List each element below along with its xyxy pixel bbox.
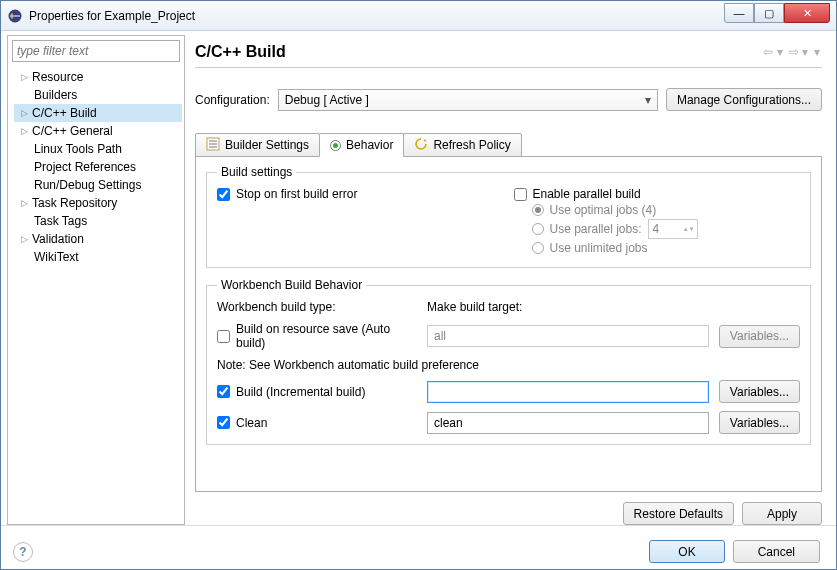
back-icon[interactable]: ⇦ ▾	[761, 45, 784, 59]
incremental-target-input[interactable]	[427, 381, 709, 403]
twisty-icon: ▷	[18, 233, 30, 245]
config-label: Configuration:	[195, 93, 270, 107]
tree-item-task-tags[interactable]: Task Tags	[14, 212, 182, 230]
tree-label: Project References	[34, 160, 136, 174]
manage-configs-button[interactable]: Manage Configurations...	[666, 88, 822, 111]
eclipse-icon	[7, 8, 23, 24]
checkbox-input[interactable]	[217, 416, 230, 429]
checkbox-label: Clean	[236, 416, 267, 430]
spinner-arrows-icon: ▲▼	[683, 226, 695, 232]
tab-label: Refresh Policy	[433, 138, 510, 152]
window-title: Properties for Example_Project	[29, 9, 724, 23]
nav-tree: ▷Resource Builders ▷C/C++ Build ▷C/C++ G…	[8, 66, 184, 524]
twisty-icon: ▷	[18, 125, 30, 137]
twisty-icon: ▷	[18, 71, 30, 83]
help-button[interactable]: ?	[13, 542, 33, 562]
tree-item-resource[interactable]: ▷Resource	[14, 68, 182, 86]
tree-item-cpp-build[interactable]: ▷C/C++ Build	[14, 104, 182, 122]
checkbox-label: Build on resource save (Auto build)	[236, 322, 417, 350]
checkbox-input[interactable]	[217, 330, 230, 343]
optimal-jobs-radio: Use optimal jobs (4)	[532, 203, 801, 217]
right-col: Enable parallel build Use optimal jobs (…	[514, 187, 801, 257]
window-buttons: — ▢ ✕	[724, 8, 830, 23]
ok-button[interactable]: OK	[649, 540, 724, 563]
tree-label: Resource	[32, 70, 83, 84]
twisty-icon: ▷	[18, 107, 30, 119]
tree-item-run-debug[interactable]: Run/Debug Settings	[14, 176, 182, 194]
dialog-window: Properties for Example_Project — ▢ ✕ ▷Re…	[0, 0, 837, 570]
group-legend: Build settings	[217, 165, 296, 179]
variables-button: Variables...	[719, 325, 800, 348]
cancel-button[interactable]: Cancel	[733, 540, 820, 563]
tree-item-linux-tools[interactable]: Linux Tools Path	[14, 140, 182, 158]
tree-item-cpp-general[interactable]: ▷C/C++ General	[14, 122, 182, 140]
separator	[1, 525, 836, 526]
variables-button[interactable]: Variables...	[719, 411, 800, 434]
radio-icon	[532, 223, 544, 235]
checkbox-input[interactable]	[217, 385, 230, 398]
twisty-icon: ▷	[18, 197, 30, 209]
radio-on-icon	[330, 140, 341, 151]
tree-label: C/C++ Build	[32, 106, 97, 120]
workbench-group: Workbench Build Behavior Workbench build…	[206, 278, 811, 445]
menu-icon[interactable]: ▾	[812, 45, 822, 59]
workbench-grid: Workbench build type: Make build target:…	[217, 300, 800, 434]
checkbox-input[interactable]	[217, 188, 230, 201]
filter-input[interactable]	[12, 40, 180, 62]
tree-item-validation[interactable]: ▷Validation	[14, 230, 182, 248]
config-row: Configuration: Debug [ Active ] Manage C…	[195, 88, 822, 111]
build-settings-row: Stop on first build error Enable paralle…	[217, 187, 800, 257]
minimize-button[interactable]: —	[724, 3, 754, 23]
config-combo[interactable]: Debug [ Active ]	[278, 89, 658, 111]
tree-label: Run/Debug Settings	[34, 178, 141, 192]
auto-build-target-input	[427, 325, 709, 347]
clean-target-input[interactable]	[427, 412, 709, 434]
incremental-build-checkbox[interactable]: Build (Incremental build)	[217, 385, 417, 399]
tree-item-project-refs[interactable]: Project References	[14, 158, 182, 176]
tree-item-task-repo[interactable]: ▷Task Repository	[14, 194, 182, 212]
enable-parallel-checkbox[interactable]: Enable parallel build	[514, 187, 801, 201]
sidebar: ▷Resource Builders ▷C/C++ Build ▷C/C++ G…	[7, 35, 185, 525]
checkbox-label: Stop on first build error	[236, 187, 357, 201]
tab-refresh-policy[interactable]: Refresh Policy	[403, 133, 521, 157]
tree-label: Validation	[32, 232, 84, 246]
spinner-value: 4	[653, 222, 660, 236]
group-legend: Workbench Build Behavior	[217, 278, 366, 292]
dialog-main: ▷Resource Builders ▷C/C++ Build ▷C/C++ G…	[7, 35, 830, 525]
tree-label: Builders	[34, 88, 77, 102]
tree-label: WikiText	[34, 250, 79, 264]
make-target-label: Make build target:	[427, 300, 709, 314]
nav-arrows: ⇦ ▾ ⇨ ▾ ▾	[761, 45, 822, 59]
stop-on-error-checkbox[interactable]: Stop on first build error	[217, 187, 504, 201]
maximize-button[interactable]: ▢	[754, 3, 784, 23]
auto-build-checkbox[interactable]: Build on resource save (Auto build)	[217, 322, 417, 350]
dialog-footer: ? OK Cancel	[7, 536, 830, 563]
tree-label: Task Tags	[34, 214, 87, 228]
forward-icon[interactable]: ⇨ ▾	[787, 45, 810, 59]
close-button[interactable]: ✕	[784, 3, 830, 23]
radio-label: Use optimal jobs (4)	[550, 203, 657, 217]
footer-buttons: OK Cancel	[649, 540, 820, 563]
tab-panel: Build settings Stop on first build error	[195, 157, 822, 492]
page-title: C/C++ Build	[195, 43, 761, 61]
checkbox-input[interactable]	[514, 188, 527, 201]
tree-label: Linux Tools Path	[34, 142, 122, 156]
tree-item-builders[interactable]: Builders	[14, 86, 182, 104]
clean-checkbox[interactable]: Clean	[217, 416, 417, 430]
radio-label: Use parallel jobs:	[550, 222, 642, 236]
apply-button[interactable]: Apply	[742, 502, 822, 525]
tree-label: Task Repository	[32, 196, 117, 210]
variables-button[interactable]: Variables...	[719, 380, 800, 403]
tab-behavior[interactable]: Behavior	[319, 133, 404, 157]
restore-defaults-button[interactable]: Restore Defaults	[623, 502, 734, 525]
content-panel: C/C++ Build ⇦ ▾ ⇨ ▾ ▾ Configuration: Deb…	[185, 35, 830, 525]
left-col: Stop on first build error	[217, 187, 504, 257]
radio-icon	[532, 242, 544, 254]
tree-item-wikitext[interactable]: WikiText	[14, 248, 182, 266]
refresh-icon	[414, 137, 428, 154]
tab-builder-settings[interactable]: Builder Settings	[195, 133, 320, 157]
checkbox-label: Build (Incremental build)	[236, 385, 365, 399]
titlebar[interactable]: Properties for Example_Project — ▢ ✕	[1, 1, 836, 31]
content-header: C/C++ Build ⇦ ▾ ⇨ ▾ ▾	[195, 43, 822, 68]
tab-label: Builder Settings	[225, 138, 309, 152]
